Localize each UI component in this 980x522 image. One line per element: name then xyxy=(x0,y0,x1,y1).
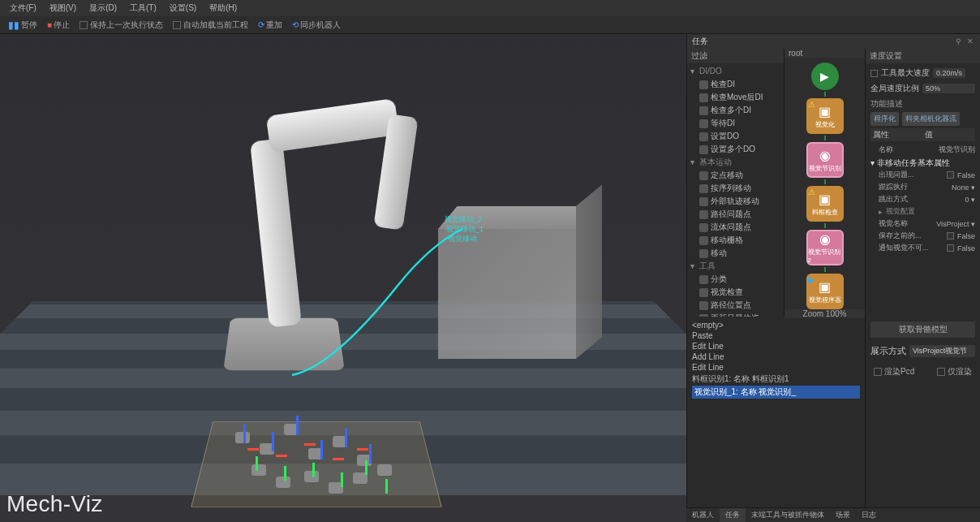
display-mode-value[interactable]: VisProject视觉节 xyxy=(909,345,975,357)
section-vision[interactable]: 视觉配置 xyxy=(886,206,915,217)
node-icon: ▣ xyxy=(819,279,831,295)
context-add-line[interactable]: Add Line xyxy=(692,352,860,362)
bottom-tab[interactable]: 机器人 xyxy=(686,508,720,522)
checkbox-icon xyxy=(173,21,181,29)
render-pcd-toggle[interactable]: 渲染Pcd xyxy=(874,366,914,377)
visualize-button[interactable]: 程序化 xyxy=(870,112,899,126)
tree-item[interactable]: 路径位置点 xyxy=(687,299,784,312)
auto-load-toggle[interactable]: 自动加载当前工程 xyxy=(168,17,253,33)
menu-display[interactable]: 显示(D) xyxy=(83,2,123,14)
tree-item[interactable]: 按序列移动 xyxy=(687,182,784,195)
tree-item[interactable]: 外部轨迹移动 xyxy=(687,195,784,208)
flow-node[interactable]: ⚠▣料框检查 xyxy=(806,186,844,222)
prop-item[interactable]: 通知视觉不可...False xyxy=(870,242,975,254)
flow-node[interactable]: ◉视觉节识别 xyxy=(806,142,844,178)
step-icon xyxy=(699,275,708,284)
prop-item[interactable]: 跳出方式0 ▾ xyxy=(870,193,975,205)
flow-link xyxy=(824,92,826,97)
step-tree[interactable]: ▾DI/DO检查DI检查Move后DI检查多个DI等待DI设置DO设置多个DO▾… xyxy=(687,63,784,317)
pause-button[interactable]: ▮▮暂停 xyxy=(3,17,42,33)
bottom-tab[interactable]: 末端工具与被抓件物体 xyxy=(746,508,830,522)
menu-help[interactable]: 帮助(H) xyxy=(203,2,243,14)
flow-canvas[interactable]: ▶⚠▣视觉化◉视觉节识别⚠▣料框检查◉视觉节识别2▶▣视觉程序器 xyxy=(784,58,865,309)
viewport-3d[interactable]: 视觉移动_2 视觉移动_1 视觉移动 Mech-Viz xyxy=(0,34,686,522)
tree-item[interactable]: 分类 xyxy=(687,273,784,286)
context-paste[interactable]: Paste xyxy=(692,330,860,341)
context-edit-line[interactable]: Edit Line xyxy=(692,341,860,352)
robot-icon: ⟲ xyxy=(292,20,299,29)
node-icon: ◉ xyxy=(819,231,831,247)
bottom-tab[interactable]: 任务 xyxy=(720,508,746,522)
tree-item[interactable]: 设置DO xyxy=(687,130,784,143)
stop-button[interactable]: ■停止 xyxy=(42,17,75,33)
section-nonmove[interactable]: 非移动任务基本属性 xyxy=(877,158,950,167)
menu-tools[interactable]: 工具(T) xyxy=(123,2,163,14)
tree-item[interactable]: 移动栅格 xyxy=(687,234,784,247)
tree-group[interactable]: ▾基本运动 xyxy=(687,156,784,169)
flow-node[interactable]: ▶▣视觉程序器 xyxy=(806,274,844,309)
keep-last-toggle[interactable]: 保持上一次执行状态 xyxy=(75,17,168,33)
flow-start-node[interactable]: ▶ xyxy=(811,63,839,90)
tree-item[interactable]: 定点移动 xyxy=(687,169,784,182)
checkbox-icon xyxy=(947,244,954,252)
tree-item[interactable]: 设置多个DO xyxy=(687,143,784,156)
panel-title-text: 任务 xyxy=(692,36,708,47)
tree-item[interactable]: 检查Move后DI xyxy=(687,91,784,104)
sync-robot-button[interactable]: ⟲同步机器人 xyxy=(287,17,346,33)
flow-root-header[interactable]: root xyxy=(784,49,865,58)
node-icon: ▣ xyxy=(819,192,831,207)
context-info[interactable]: 料框识别1: 名称 料框识别1 xyxy=(692,373,860,386)
prop-item[interactable]: 视觉名称VisProject ▾ xyxy=(870,218,975,230)
checkbox-icon xyxy=(947,171,954,179)
close-icon[interactable]: ✕ xyxy=(967,37,975,45)
tree-item[interactable]: 视觉检查 xyxy=(687,286,784,299)
step-icon xyxy=(699,288,708,297)
tool-max-value[interactable]: 0.20m/s xyxy=(933,68,965,78)
context-info-selected[interactable]: 视觉识别_1: 名称 视觉识别_ xyxy=(692,386,860,399)
step-icon xyxy=(699,301,708,310)
get-skeleton-button[interactable]: 获取骨骼模型 xyxy=(870,321,975,338)
menubar: 文件(F) 视图(V) 显示(D) 工具(T) 设置(S) 帮助(H) xyxy=(0,0,980,16)
tree-item[interactable]: 移动 xyxy=(687,247,784,260)
func-desc-label: 功能描述 xyxy=(870,98,975,110)
flow-link xyxy=(824,267,826,272)
tree-item[interactable]: 路径问题点 xyxy=(687,208,784,221)
flow-link xyxy=(824,223,826,228)
reload-button[interactable]: ⟳重加 xyxy=(253,17,287,33)
tree-item[interactable]: 检查多个DI xyxy=(687,104,784,117)
motion-path xyxy=(284,221,487,383)
flow-link xyxy=(824,179,826,184)
menu-view[interactable]: 视图(V) xyxy=(43,2,83,14)
tree-item[interactable]: 等待DI xyxy=(687,117,784,130)
step-icon xyxy=(699,223,708,232)
name-value[interactable]: 视觉节识别 xyxy=(939,145,975,155)
node-icon: ▣ xyxy=(819,104,831,119)
parts-cluster xyxy=(227,408,414,513)
properties-column: 速度设置 工具最大速度 0.20m/s 全局速度比例 50% 功能描述 程序化 … xyxy=(866,49,980,317)
flow-node[interactable]: ⚠▣视觉化 xyxy=(806,98,844,134)
display-mode-label: 展示方式 xyxy=(870,345,906,357)
menu-file[interactable]: 文件(F) xyxy=(3,2,43,14)
checkbox-icon[interactable] xyxy=(870,70,878,77)
flow-node[interactable]: ◉视觉节识别2 xyxy=(806,230,844,265)
tree-group[interactable]: ▾DI/DO xyxy=(687,65,784,78)
checkbox-icon xyxy=(937,368,945,376)
tree-item[interactable]: 检查DI xyxy=(687,78,784,91)
menu-settings[interactable]: 设置(S) xyxy=(163,2,203,14)
pin-icon[interactable]: ⚲ xyxy=(956,37,964,45)
prop-item[interactable]: 跟踪执行None ▾ xyxy=(870,181,975,193)
tree-item[interactable]: 流体问题点 xyxy=(687,221,784,234)
global-speed-label: 全局速度比例 xyxy=(870,83,919,94)
camera-flow-button[interactable]: 料夹相机化器流 xyxy=(902,112,960,126)
render-only-toggle[interactable]: 仅渲染 xyxy=(937,366,972,377)
global-speed-value[interactable]: 50% xyxy=(922,84,975,93)
bottom-tab[interactable]: 日志 xyxy=(856,508,882,522)
tree-group[interactable]: ▾工具 xyxy=(687,260,784,273)
context-edit-line[interactable]: Edit Line xyxy=(692,362,860,373)
bottom-tabs: 机器人任务末端工具与被抓件物体场景日志 xyxy=(686,507,980,522)
bottom-tab[interactable]: 场景 xyxy=(830,508,856,522)
node-icon: ◉ xyxy=(819,148,831,163)
prop-item[interactable]: 出现问题...False xyxy=(870,169,975,181)
filter-header[interactable]: 过滤 xyxy=(687,49,784,63)
prop-item[interactable]: 保存之前的...False xyxy=(870,230,975,242)
